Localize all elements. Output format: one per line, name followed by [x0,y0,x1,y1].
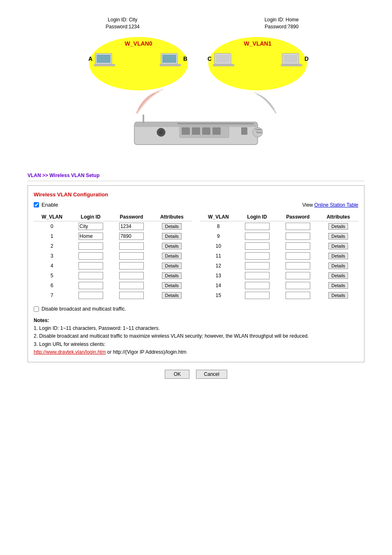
details-button[interactable]: Details [328,233,348,240]
svg-rect-27 [178,123,254,124]
left-table-row: 6Details [34,281,192,290]
laptop-b-icon [159,51,182,70]
password-input[interactable] [119,272,144,279]
col-header-attributes-left: Attributes [152,213,192,221]
online-station-table-link[interactable]: Online Station Table [314,202,358,208]
view-link-area: View Online Station Table [302,202,358,208]
right-vlan-table-container: W_VLAN Login ID Password Attributes 8Det… [200,213,358,300]
col-header-wvlan-left: W_VLAN [34,213,70,221]
laptop-d-icon [280,51,303,70]
enable-label: Enable [42,202,58,208]
enable-checkbox[interactable] [34,202,39,207]
node-b-label: B [183,55,187,62]
wvlan-num-cell: 12 [200,261,237,271]
details-button[interactable]: Details [162,263,182,269]
password-input[interactable] [119,252,144,260]
right-table-row: 14Details [200,281,358,290]
diagram-section: Login ID: City Password:1234 Login ID: H… [0,8,392,160]
password-input[interactable] [119,233,144,240]
password-input[interactable] [119,292,144,299]
right-table-row: 8Details [200,221,358,232]
right-table-row: 11Details [200,251,358,261]
col-header-wvlan-right: W_VLAN [200,213,237,221]
details-button[interactable]: Details [162,243,182,249]
details-button[interactable]: Details [162,272,182,279]
svg-text:Reset: Reset [256,131,262,134]
details-button[interactable]: Details [328,223,348,230]
wvlan-num-cell: 5 [34,271,70,281]
password-input[interactable] [286,282,310,289]
login-id-input[interactable] [245,252,270,260]
right-table-row: 15Details [200,290,358,300]
config-title: Wireless VLAN Configuration [34,191,358,198]
password-input[interactable] [286,242,310,250]
details-button[interactable]: Details [328,292,348,299]
laptop-a-icon [93,51,116,70]
login-id-input[interactable] [245,272,270,279]
left-vlan-table-container: W_VLAN Login ID Password Attributes 0Det… [34,213,192,300]
details-button[interactable]: Details [328,243,348,249]
broadcast-checkbox[interactable] [34,306,39,312]
login-id-input[interactable] [78,242,103,250]
laptop-c-icon [212,51,235,70]
note-url-2: http://(Vigor IP Address)/login.htm [113,349,187,355]
cancel-button[interactable]: Cancel [196,370,227,379]
login-id-input[interactable] [245,292,270,299]
login-id-input[interactable] [78,233,103,240]
note-1: 1. Login ID: 1~11 characters, Password: … [34,325,160,331]
password-input[interactable] [286,262,310,269]
vlan-label-left: W_VLAN0 [125,40,152,47]
config-section: VLAN >> Wireless VLAN Setup Wireless VLA… [28,173,364,379]
password-input[interactable] [286,292,310,299]
ok-button[interactable]: OK [165,370,189,379]
login-id-input[interactable] [245,282,270,289]
password-input[interactable] [286,272,310,279]
password-input[interactable] [119,223,144,230]
login-id-input[interactable] [245,262,270,269]
password-input[interactable] [286,223,310,230]
note-3: 3. Login URL for wireless clients: [34,341,105,347]
password-input[interactable] [119,242,144,250]
details-button[interactable]: Details [162,292,182,299]
details-button[interactable]: Details [328,253,348,259]
details-button[interactable]: Details [328,282,348,289]
login-id-input[interactable] [78,272,103,279]
password-input[interactable] [119,282,144,289]
col-header-password-left: Password [111,213,152,221]
note-url-or: or [107,349,113,355]
login-id-input[interactable] [78,292,103,299]
password-input[interactable] [286,252,310,260]
wvlan-num-cell: 3 [34,251,70,261]
network-diagram: Login ID: City Password:1234 Login ID: H… [81,16,311,156]
left-table-row: 1Details [34,231,192,241]
right-table-row: 13Details [200,271,358,281]
login-id-input[interactable] [78,252,103,260]
details-button[interactable]: Details [162,253,182,259]
login-id-input[interactable] [78,223,103,230]
note-2: 2. Disable broadcast and multicast traff… [34,333,309,339]
password-input[interactable] [119,262,144,269]
details-button[interactable]: Details [162,223,182,230]
svg-rect-14 [143,115,144,124]
svg-rect-11 [281,64,302,66]
details-button[interactable]: Details [328,272,348,279]
login-id-input[interactable] [78,282,103,289]
vlan-table-wrapper: W_VLAN Login ID Password Attributes 0Det… [34,213,358,300]
svg-rect-1 [97,55,111,63]
node-c-label: C [208,55,212,62]
login-id-input[interactable] [78,262,103,269]
right-login-label: Login ID: Home Password:7890 [265,16,299,30]
enable-row: Enable View Online Station Table [34,202,358,208]
login-id-input[interactable] [245,223,270,230]
details-button[interactable]: Details [162,282,182,289]
details-button[interactable]: Details [328,263,348,269]
login-id-input[interactable] [245,233,270,240]
note-url-1-link[interactable]: http://www.draytek.vlan/login.htm [34,349,106,355]
login-id-input[interactable] [245,242,270,250]
wvlan-num-cell: 9 [200,231,237,241]
right-table-row: 9Details [200,231,358,241]
password-input[interactable] [286,233,310,240]
svg-point-21 [159,130,164,135]
details-button[interactable]: Details [162,233,182,240]
right-table-row: 12Details [200,261,358,271]
